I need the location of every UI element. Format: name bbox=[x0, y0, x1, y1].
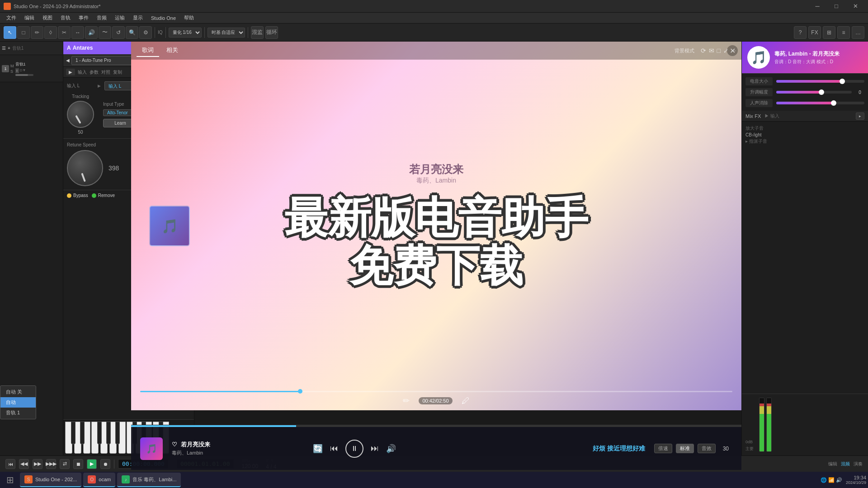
autotune-tab-play[interactable]: ▶ bbox=[66, 69, 75, 75]
eraser-tool[interactable]: ◊ bbox=[44, 26, 57, 39]
close-button[interactable]: ✕ bbox=[846, 0, 864, 13]
close-video-button[interactable]: ✕ bbox=[727, 45, 738, 56]
bg-mode-label[interactable]: 背景模式 bbox=[671, 47, 698, 55]
menu-event[interactable]: 事件 bbox=[75, 14, 92, 22]
track-volume-bar[interactable] bbox=[15, 74, 33, 76]
title-bar: Studio One - 2024-10-29 Administrator* ─… bbox=[0, 0, 868, 13]
bend-tool[interactable]: 〜 bbox=[99, 26, 111, 39]
taskbar-app-ocam[interactable]: O ocam bbox=[83, 473, 115, 487]
config-btn[interactable]: ≡ bbox=[837, 26, 850, 39]
fx-btn[interactable]: FX bbox=[808, 26, 821, 39]
piano-key-cs[interactable] bbox=[71, 422, 75, 444]
player-volume-btn[interactable]: 🔊 bbox=[386, 444, 396, 454]
timebase-select[interactable]: 时基 自适应 bbox=[208, 28, 245, 38]
video-progress-bar[interactable] bbox=[194, 391, 732, 392]
quantize-select[interactable]: 量化 1/16 bbox=[169, 28, 202, 38]
back-button[interactable]: ◀◀ bbox=[19, 459, 29, 469]
speed-effect[interactable]: 音效 bbox=[698, 444, 716, 453]
menu-audio[interactable]: 音频 bbox=[93, 14, 110, 22]
pencil-tool[interactable]: ✏ bbox=[31, 26, 43, 39]
taskbar-app-studio[interactable]: S Studio One - 202... bbox=[20, 473, 81, 487]
stop-button[interactable]: ⏺ bbox=[100, 459, 110, 469]
player-next-btn[interactable]: ⏭ bbox=[371, 444, 379, 453]
menu-track[interactable]: 音轨 bbox=[57, 14, 74, 22]
loop-btn[interactable]: 循环 bbox=[265, 26, 278, 39]
more-btn[interactable]: … bbox=[852, 26, 864, 39]
listen-tool[interactable]: 🔊 bbox=[85, 26, 98, 39]
settings-tool[interactable]: ⚙ bbox=[139, 26, 152, 39]
autotune-tab-compare[interactable]: 对照 bbox=[101, 69, 110, 75]
select-tool[interactable]: ↖ bbox=[4, 26, 16, 39]
piano-key-as[interactable] bbox=[115, 422, 120, 444]
player-play-btn[interactable]: ⏸ bbox=[345, 440, 363, 458]
perf-label[interactable]: 演奏 bbox=[854, 461, 863, 467]
refresh-icon[interactable]: ⟳ bbox=[701, 47, 706, 54]
menu-display[interactable]: 显示 bbox=[129, 14, 146, 22]
zoom-tool[interactable]: 🔍 bbox=[126, 26, 138, 39]
menu-transport[interactable]: 运输 bbox=[111, 14, 128, 22]
menu-edit[interactable]: 编辑 bbox=[21, 14, 38, 22]
speed-value: 30 bbox=[719, 445, 732, 453]
slider-pitch-track[interactable] bbox=[776, 91, 852, 94]
player-prev-btn[interactable]: ⏮ bbox=[330, 444, 338, 453]
save-icon[interactable]: □ bbox=[717, 47, 721, 54]
remove-button[interactable]: Remove bbox=[92, 193, 115, 198]
taskbar-app-music[interactable]: ♪ 音乐 毒药、Lambi... bbox=[117, 473, 181, 487]
mix-fx-input[interactable]: ▶ 输入 bbox=[764, 113, 779, 119]
forward-button[interactable]: ▶▶ bbox=[33, 459, 42, 469]
start-button[interactable]: ⊞ bbox=[2, 472, 18, 488]
slider-pitch-thumb[interactable] bbox=[819, 89, 824, 95]
speed-fast[interactable]: 倍速 bbox=[654, 444, 672, 453]
mix-fx-btn[interactable]: ▸ bbox=[856, 113, 864, 120]
split-tool[interactable]: ✂ bbox=[58, 26, 71, 39]
mute-tool[interactable]: ↔ bbox=[71, 26, 84, 39]
paint-tool[interactable]: ↺ bbox=[112, 26, 125, 39]
speed-normal[interactable]: 标准 bbox=[676, 444, 694, 453]
tracking-knob[interactable] bbox=[67, 101, 94, 128]
mail-icon[interactable]: ✉ bbox=[709, 47, 714, 54]
track-header-icon[interactable]: ☰ bbox=[2, 46, 6, 51]
ctx-item-3[interactable]: 音轨 1 bbox=[0, 408, 36, 418]
menu-help[interactable]: 帮助 bbox=[180, 14, 198, 22]
autotune-tab-input[interactable]: 输入 bbox=[78, 69, 87, 75]
mix-btn[interactable]: 混监 bbox=[251, 26, 264, 39]
autotune-tab-copy[interactable]: 复制 bbox=[113, 69, 122, 75]
retune-knob[interactable] bbox=[67, 150, 103, 186]
maximize-button[interactable]: □ bbox=[827, 0, 845, 13]
menu-studio-one[interactable]: Studio One bbox=[147, 14, 179, 22]
menu-file[interactable]: 文件 bbox=[3, 14, 20, 22]
heart-icon[interactable]: ♡ bbox=[172, 441, 177, 448]
track-s-btn[interactable]: S bbox=[10, 69, 14, 74]
help-btn[interactable]: ? bbox=[794, 26, 807, 39]
menu-view[interactable]: 视图 bbox=[39, 14, 56, 22]
slider-vol-track[interactable] bbox=[776, 80, 864, 83]
player-progress-bar[interactable] bbox=[131, 425, 741, 427]
loop-transport-button[interactable]: ⇄ bbox=[60, 459, 70, 469]
slider-vol-thumb[interactable] bbox=[840, 79, 845, 84]
track-m-btn[interactable]: M bbox=[10, 64, 14, 68]
slider-vocal-thumb[interactable] bbox=[831, 100, 836, 106]
autotune-nav-prev[interactable]: ◀ bbox=[66, 58, 70, 63]
play-button[interactable]: ▶ bbox=[87, 459, 97, 469]
grid-btn[interactable]: ⊞ bbox=[823, 26, 835, 39]
piano-key-fs[interactable] bbox=[97, 422, 102, 444]
window-controls[interactable]: ─ □ ✕ bbox=[808, 0, 864, 13]
mix-label[interactable]: 混频 bbox=[841, 461, 850, 467]
range-tool[interactable]: □ bbox=[17, 26, 30, 39]
edit-label[interactable]: 编辑 bbox=[828, 461, 837, 467]
video-like-icon[interactable]: ✏ bbox=[403, 396, 410, 406]
player-repeat-btn[interactable]: 🔄 bbox=[313, 444, 323, 454]
record-button[interactable]: ⏹ bbox=[73, 459, 83, 469]
bypass-button[interactable]: Bypass bbox=[67, 193, 88, 198]
piano-key-ds[interactable] bbox=[80, 422, 85, 444]
track-add-btn[interactable]: + bbox=[8, 46, 10, 51]
slider-vocal-track[interactable] bbox=[776, 102, 864, 104]
fast-forward-button[interactable]: ▶▶▶ bbox=[46, 459, 56, 469]
video-share-icon[interactable]: 🖊 bbox=[462, 396, 470, 406]
ctx-item-1[interactable]: 自动 关 bbox=[0, 387, 36, 397]
ctx-item-2[interactable]: 自动 bbox=[0, 397, 36, 408]
minimize-button[interactable]: ─ bbox=[808, 0, 826, 13]
rewind-button[interactable]: ⏮ bbox=[5, 459, 15, 469]
piano-key-gs[interactable] bbox=[106, 422, 111, 444]
autotune-tab-params[interactable]: 参数 bbox=[90, 69, 99, 75]
